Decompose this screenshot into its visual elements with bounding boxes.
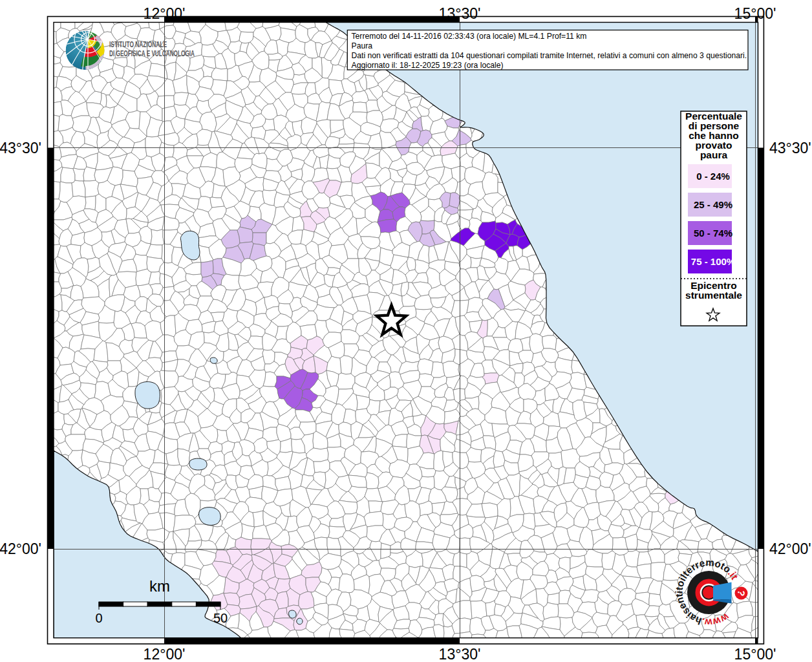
svg-text:50: 50 — [213, 611, 228, 625]
svg-text:15°00': 15°00' — [734, 5, 776, 22]
svg-text:50 - 74%: 50 - 74% — [694, 228, 732, 239]
svg-text:12°00': 12°00' — [144, 5, 186, 22]
svg-text:km: km — [149, 577, 170, 595]
svg-text:DI GEOFISICA E VULCANOLOGIA: DI GEOFISICA E VULCANOLOGIA — [109, 49, 195, 58]
svg-text:0 - 24%: 0 - 24% — [696, 171, 730, 182]
svg-text:12°00': 12°00' — [144, 646, 186, 662]
svg-text:43°30': 43°30' — [769, 140, 811, 156]
svg-text:0: 0 — [95, 611, 102, 625]
svg-text:75 - 100%: 75 - 100% — [691, 256, 735, 267]
svg-text:Dati non verificati estratti d: Dati non verificati estratti da 104 ques… — [352, 51, 747, 60]
svg-text:Paura: Paura — [352, 41, 373, 50]
svg-text:Aggiornato il: 18-12-2025 19:2: Aggiornato il: 18-12-2025 19:23 (ora loc… — [352, 61, 504, 70]
svg-text:13°30': 13°30' — [439, 5, 481, 22]
svg-text:43°30': 43°30' — [0, 140, 41, 156]
svg-text:42°00': 42°00' — [769, 540, 811, 557]
svg-text:paura: paura — [700, 149, 728, 160]
svg-text:ISTITUTO NAZIONALE: ISTITUTO NAZIONALE — [109, 40, 167, 49]
svg-text:Terremoto del 14-11-2016 02:33: Terremoto del 14-11-2016 02:33:43 (ora l… — [352, 32, 587, 41]
svg-text:13°30': 13°30' — [439, 646, 481, 662]
svg-text:strumentale: strumentale — [685, 290, 742, 301]
svg-text:25 - 49%: 25 - 49% — [694, 199, 732, 210]
svg-text:15°00': 15°00' — [734, 646, 776, 662]
svg-text:42°00': 42°00' — [0, 540, 41, 557]
